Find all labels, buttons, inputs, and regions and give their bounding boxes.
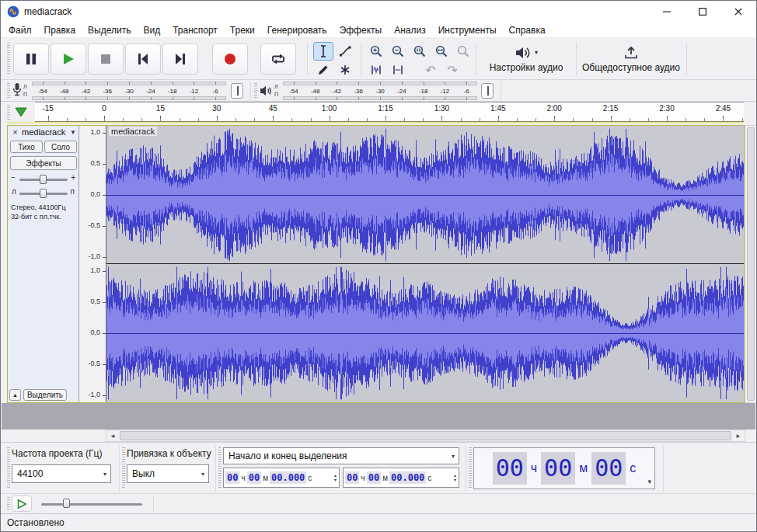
menu-item-2[interactable]: Выделить [82,23,137,37]
mute-button[interactable]: Тихо [10,141,43,153]
vertical-scrollbar-thumb[interactable] [747,127,755,401]
menu-item-3[interactable]: Вид [137,23,166,37]
close-button[interactable] [720,1,756,23]
playback-meter-handle[interactable] [481,83,494,99]
menu-item-7[interactable]: Эффекты [333,23,389,37]
time-digits[interactable]: 00.000 [389,471,426,484]
scroll-left-icon[interactable]: ◄ [106,430,119,441]
play-at-speed-button[interactable] [12,495,32,512]
pan-slider-thumb[interactable] [40,189,47,198]
gain-slider-thumb[interactable] [40,175,47,184]
multi-tool-button[interactable] [335,61,355,79]
record-meter-handle[interactable] [231,83,243,99]
playback-speed-thumb[interactable] [63,499,70,508]
skip-to-start-button[interactable] [125,43,161,75]
menu-item-1[interactable]: Правка [38,23,82,37]
waveform-area[interactable]: mediacrack [106,126,744,402]
trim-audio-button[interactable] [366,61,386,79]
time-digits[interactable]: 00 [493,452,527,485]
menu-item-6[interactable]: Генерировать [261,23,333,37]
zoom-out-button[interactable] [388,42,408,61]
zoom-fit-icon [434,44,448,58]
maximize-button[interactable] [685,1,720,23]
spinner-down-icon[interactable]: ▾ [454,478,456,482]
toolbar-grabber[interactable] [7,105,10,120]
horizontal-scrollbar-thumb[interactable] [120,431,731,440]
zoom-selection-button[interactable] [410,42,430,61]
timeline-tick [141,118,142,121]
skip-to-end-button[interactable] [162,43,198,75]
record-meter-scale[interactable]: -54-48-42-36-30-24-18-12-6 [32,82,226,100]
selection-tool-button[interactable] [313,42,333,61]
toolbar-grabber[interactable] [254,83,257,99]
selection-end-field[interactable]: 00 ч 00 м 00.000 с ▴ ▾ [343,468,459,488]
caret-down-icon[interactable]: ▾ [647,478,651,485]
toolbar-grabber[interactable] [7,43,10,75]
time-digits[interactable]: 00 [541,452,575,485]
time-spinner[interactable]: ▴ ▾ [453,473,457,482]
spinner-down-icon[interactable]: ▾ [334,478,337,482]
time-digits[interactable]: 00 [345,471,359,484]
audio-setup-button[interactable]: ▾ Настройки аудио [480,40,573,78]
pinned-play-head-icon[interactable] [14,107,28,117]
menu-item-10[interactable]: Справка [503,23,552,37]
minimize-button[interactable] [649,1,685,23]
redo-button[interactable]: ↷ [442,61,462,79]
toolbar-grabber[interactable] [122,447,125,489]
project-rate-combo[interactable]: 44100 ▾ [12,464,111,483]
toolbar-grabber[interactable] [218,447,222,489]
big-time-display[interactable]: 00 ч 00 м 00 с ▾ [473,447,655,489]
share-audio-button[interactable]: Общедоступное аудио [579,40,683,78]
draw-tool-button[interactable] [313,61,333,79]
gain-minus-label: − [11,173,16,182]
menu-item-9[interactable]: Инструменты [432,23,503,37]
vertical-scrollbar[interactable] [745,125,757,403]
time-spinner[interactable]: ▴ ▾ [333,473,337,482]
track-menu-caret-icon[interactable]: ▼ [70,129,76,136]
selection-range-mode-combo[interactable]: Начало и конец выделения ▾ [223,447,459,464]
track-close-icon[interactable]: × [10,127,20,137]
time-digits[interactable]: 00.000 [270,471,306,484]
play-button[interactable] [51,43,86,75]
menu-item-4[interactable]: Транспорт [166,23,224,37]
selection-start-field[interactable]: 00 ч 00 м 00.000 с ▴ ▾ [223,468,340,488]
envelope-tool-button[interactable] [335,42,355,61]
silence-audio-button[interactable] [388,61,408,79]
pause-button[interactable] [13,43,49,75]
stop-button[interactable] [88,43,124,75]
horizontal-scrollbar-track[interactable] [119,430,732,441]
record-button[interactable] [212,43,248,75]
track-collapse-button[interactable]: ▲ [9,389,21,401]
playback-meter-scale[interactable]: -54-48-42-36-30-24-18-12-6 [283,82,477,100]
time-digits[interactable]: 00 [247,471,261,484]
waveform-canvas[interactable] [106,126,744,402]
scroll-right-icon[interactable]: ► [732,430,745,441]
loop-button[interactable] [260,43,296,75]
undo-button[interactable]: ↶ [420,61,441,79]
playback-speed-slider[interactable] [41,503,142,506]
solo-button[interactable]: Соло [44,141,77,153]
time-digits[interactable]: 00 [367,471,381,484]
toolbar-grabber[interactable] [7,497,10,511]
timeline-label: 1:45 [490,104,505,113]
time-digits[interactable]: 00 [591,452,626,485]
track-title[interactable]: mediacrack [22,127,65,137]
effects-button[interactable]: Эффекты [10,156,77,170]
zoom-fit-button[interactable] [431,42,452,61]
track-select-button[interactable]: Выделить [23,389,67,401]
amplitude-ruler[interactable]: 1,00,50,0-0,5-1,01,00,50,0-0,5-1,0 [79,126,106,402]
meter-scale-label: -36 [96,82,118,100]
zoom-in-button[interactable] [366,42,386,61]
toolbar-grabber[interactable] [7,83,10,99]
toolbar-grabber[interactable] [7,447,10,489]
timeline-ruler[interactable]: -1501530451:001:151:301:452:002:152:302:… [35,102,744,122]
menu-item-5[interactable]: Треки [224,23,261,37]
menu-item-0[interactable]: Файл [2,23,38,37]
zoom-toggle-button[interactable] [453,42,473,61]
snap-to-combo[interactable]: Выкл ▾ [127,464,209,483]
time-digits[interactable]: 00 [225,471,239,484]
toolbar-grabber[interactable] [469,447,472,489]
horizontal-scrollbar[interactable]: ◄ ► [106,429,745,442]
empty-track-area[interactable] [2,403,755,429]
menu-item-8[interactable]: Анализ [388,23,432,37]
